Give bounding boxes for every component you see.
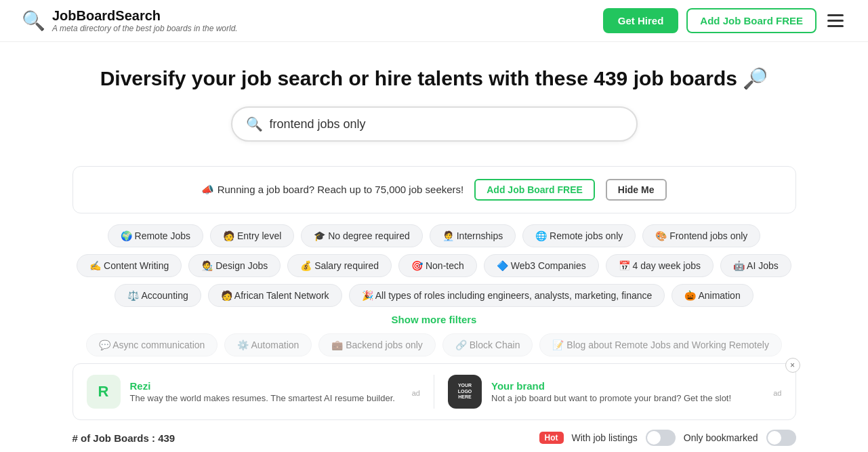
filter-chip-block-chain[interactable]: 🔗 Block Chain xyxy=(442,333,533,356)
filter-chip-non-tech[interactable]: 🎯 Non-tech xyxy=(398,254,477,277)
filter-chip-salary-required[interactable]: 💰 Salary required xyxy=(287,254,392,277)
filter-chip-backend-jobs-only[interactable]: 💼 Backend jobs only xyxy=(318,333,436,356)
filter-row-blur: 💬 Async communication⚙️ Automation💼 Back… xyxy=(73,333,796,356)
filter-chip-async-communication[interactable]: 💬 Async communication xyxy=(86,333,218,356)
add-job-board-button[interactable]: Add Job Board FREE xyxy=(686,8,817,33)
rezi-ad-label: ad xyxy=(412,389,420,397)
brand-logo-placeholder: YOURLOGOHERE xyxy=(448,375,482,409)
hero-section: Diversify your job search or hire talent… xyxy=(0,42,868,166)
filter-chip-ai-jobs[interactable]: 🤖 AI Jobs xyxy=(720,254,791,277)
with-listings-label: With job listings xyxy=(572,432,638,443)
ad-item-your-brand[interactable]: YOURLOGOHERE Your brand Not a job board … xyxy=(448,375,760,409)
filter-chip-4-day-week-jobs[interactable]: 📅 4 day week jobs xyxy=(606,254,714,277)
hamburger-line-3 xyxy=(827,25,844,27)
get-hired-button[interactable]: Get Hired xyxy=(603,8,679,33)
header-buttons: Get Hired Add Job Board FREE xyxy=(603,8,846,33)
header: 🔍 JobBoardSearch A meta directory of the… xyxy=(0,0,868,42)
filter-row-2: ✍️ Content Writing🧑‍🎨 Design Jobs💰 Salar… xyxy=(73,254,796,277)
filter-chip-all-types-of-roles-i[interactable]: 🎉 All types of roles including engineers… xyxy=(349,284,665,307)
logo-sub: A meta directory of the best job boards … xyxy=(52,24,238,33)
job-board-count: # of Job Boards : 439 xyxy=(73,432,175,444)
filter-chip-content-writing[interactable]: ✍️ Content Writing xyxy=(77,254,182,277)
logo-icon: 🔍 xyxy=(22,9,45,32)
bookmarked-toggle[interactable] xyxy=(766,430,796,446)
only-bookmarked-label: Only bookmarked xyxy=(684,432,758,443)
filter-chip-frontend-jobs-only[interactable]: 🎨 Frontend jobs only xyxy=(642,224,760,247)
filter-chip-design-jobs[interactable]: 🧑‍🎨 Design Jobs xyxy=(188,254,281,277)
filter-chip-no-degree-required[interactable]: 🎓 No degree required xyxy=(301,224,423,247)
banner: 📣 Running a job board? Reach up to 75,00… xyxy=(73,166,796,213)
ad-close-button[interactable]: × xyxy=(785,358,800,373)
logo-text: JobBoardSearch xyxy=(52,8,238,24)
search-bar: 🔍 xyxy=(231,106,638,142)
banner-add-board-button[interactable]: Add Job Board FREE xyxy=(474,179,595,201)
brand-info: Your brand Not a job board but want to p… xyxy=(491,380,731,403)
filter-chip-entry-level[interactable]: 🧑 Entry level xyxy=(210,224,294,247)
job-board-number: 439 xyxy=(158,432,175,444)
search-input[interactable] xyxy=(270,117,623,131)
rezi-desc: The way the world makes resumes. The sma… xyxy=(130,393,395,403)
ad-row: R Rezi The way the world makes resumes. … xyxy=(73,363,796,420)
filter-chip-remote-jobs-only[interactable]: 🌐 Remote jobs only xyxy=(522,224,636,247)
filter-chip-automation[interactable]: ⚙️ Automation xyxy=(224,333,312,356)
search-icon: 🔍 xyxy=(246,116,263,132)
rezi-info: Rezi The way the world makes resumes. Th… xyxy=(130,380,395,403)
filter-chip-remote-jobs[interactable]: 🌍 Remote Jobs xyxy=(108,224,203,247)
filter-row-3: ⚖️ Accounting🧑 African Talent Network🎉 A… xyxy=(73,284,796,307)
brand-title: Your brand xyxy=(491,380,731,392)
logo-area: 🔍 JobBoardSearch A meta directory of the… xyxy=(22,8,238,33)
right-controls: Hot With job listings Only bookmarked xyxy=(539,430,796,446)
hot-badge: Hot xyxy=(539,432,564,444)
rezi-logo: R xyxy=(87,375,121,409)
job-board-prefix: # of Job Boards : xyxy=(73,432,159,444)
banner-hide-button[interactable]: Hide Me xyxy=(606,179,667,201)
filter-chip-animation[interactable]: 🎃 Animation xyxy=(671,284,753,307)
ad-divider xyxy=(434,375,434,409)
rezi-title: Rezi xyxy=(130,380,395,392)
bottom-bar: # of Job Boards : 439 Hot With job listi… xyxy=(62,430,807,446)
filters-section: 🌍 Remote Jobs🧑 Entry level🎓 No degree re… xyxy=(62,224,807,356)
brand-ad-label: ad xyxy=(773,389,781,397)
brand-desc: Not a job board but want to promote your… xyxy=(491,393,731,403)
show-more-filters[interactable]: Show more filters xyxy=(73,314,796,325)
filter-chip-blog-about-remote-jo[interactable]: 📝 Blog about Remote Jobs and Working Rem… xyxy=(539,333,781,356)
filter-row-1: 🌍 Remote Jobs🧑 Entry level🎓 No degree re… xyxy=(73,224,796,247)
filter-chip-web3-companies[interactable]: 🔷 Web3 Companies xyxy=(484,254,599,277)
hamburger-line-2 xyxy=(827,20,844,22)
ad-section: × R Rezi The way the world makes resumes… xyxy=(62,363,807,420)
filter-chip-african-talent-netwo[interactable]: 🧑 African Talent Network xyxy=(208,284,342,307)
logo-text-group: JobBoardSearch A meta directory of the b… xyxy=(52,8,238,33)
banner-text: 📣 Running a job board? Reach up to 75,00… xyxy=(201,184,463,196)
hero-title: Diversify your job search or hire talent… xyxy=(11,66,857,90)
ad-item-rezi[interactable]: R Rezi The way the world makes resumes. … xyxy=(87,375,398,409)
with-listings-toggle[interactable] xyxy=(646,430,676,446)
hamburger-line-1 xyxy=(827,14,844,16)
hamburger-menu-button[interactable] xyxy=(825,12,846,30)
filter-chip-accounting[interactable]: ⚖️ Accounting xyxy=(115,284,201,307)
filter-chip-internships[interactable]: 🧑‍💼 Internships xyxy=(430,224,516,247)
